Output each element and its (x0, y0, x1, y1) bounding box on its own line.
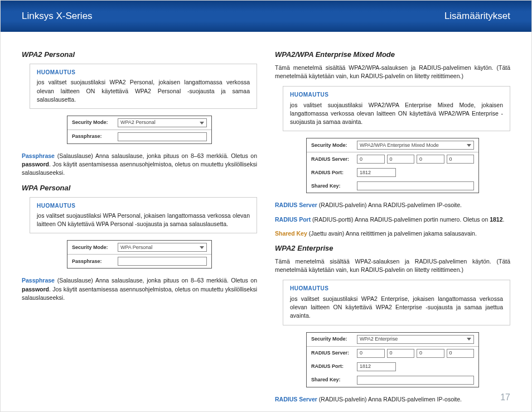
label-security-mode: Security Mode: (72, 119, 112, 126)
term-radius-server: RADIUS Server (275, 202, 317, 208)
dropdown-security-mode[interactable]: WPA2 Enterprise (357, 335, 474, 344)
config-table-mixed: Security Mode: WPA2/WPA Enterprise Mixed… (306, 138, 479, 193)
chevron-down-icon (200, 246, 204, 249)
dropdown-value: WPA Personal (120, 244, 152, 251)
config-row-security-mode: Security Mode: WPA2 Enterprise (307, 333, 478, 346)
note-title: HUOMAUTUS (37, 202, 250, 210)
input-ip-octet[interactable]: 0 (417, 349, 444, 358)
para-passphrase-wpa2p: Passphrase (Salauslause) Anna salauslaus… (22, 152, 257, 178)
para-text: (Jaettu avain) Anna reitittimen ja palve… (309, 230, 477, 237)
dropdown-value: WPA2/WPA Enterprise Mixed Mode (360, 142, 439, 149)
label-security-mode: Security Mode: (311, 336, 351, 343)
input-ip-octet[interactable]: 0 (447, 155, 475, 164)
note-body: jos valitset suojaustilaksi WPA2 Enterpr… (290, 295, 503, 320)
config-row-security-mode: Security Mode: WPA2 Personal (67, 116, 211, 130)
intro-mixed: Tämä menetelmä sisältää WPA2/WPA-salauks… (275, 64, 510, 80)
ip-group: 0 0 0 0 (357, 155, 474, 164)
note-title: HUOMAUTUS (37, 69, 250, 77)
config-row-passphrase: Passphrase: (67, 130, 211, 143)
input-ip-octet[interactable]: 0 (357, 155, 385, 164)
right-column: WPA2/WPA Enterprise Mixed Mode Tämä mene… (275, 46, 510, 388)
config-table-wpap: Security Mode: WPA Personal Passphrase: (67, 240, 212, 269)
heading-wpa2-enterprise: WPA2 Enterprise (275, 243, 510, 254)
heading-wpa-personal: WPA Personal (22, 183, 257, 194)
dropdown-value: WPA2 Enterprise (360, 336, 398, 343)
input-ip-octet[interactable]: 0 (357, 349, 385, 358)
config-row-radius-port: RADIUS Port: 1812 (307, 360, 478, 373)
term-radius-port: RADIUS Port (275, 216, 311, 223)
input-ip-octet[interactable]: 0 (417, 155, 444, 164)
term-shared-key: Shared Key (275, 230, 307, 237)
input-shared-key[interactable] (357, 376, 474, 385)
input-passphrase[interactable] (118, 132, 207, 141)
term-password: password (22, 161, 49, 167)
config-row-shared-key: Shared Key: (307, 179, 478, 193)
label-shared-key: Shared Key: (311, 376, 351, 384)
para-text-a: (Salauslause) Anna salauslause, jonka pi… (57, 152, 257, 159)
label-passphrase: Passphrase: (72, 258, 112, 265)
note-body: jos valitset suojaustilaksi WPA2 Persona… (37, 78, 250, 104)
para-text-a: (RADIUS-portti) Anna RADIUS-palvelimen p… (312, 216, 490, 223)
para-text-b: . Jos käytit asentamisessa asennusohjelm… (22, 286, 257, 301)
para-text: (RADIUS-palvelin) Anna RADIUS-palvelimen… (319, 202, 462, 208)
config-table-wpa2p: Security Mode: WPA2 Personal Passphrase: (67, 116, 212, 144)
term-password: password (22, 286, 49, 293)
para-text-c: . (503, 216, 505, 223)
heading-mixed-mode: WPA2/WPA Enterprise Mixed Mode (275, 50, 510, 60)
input-ip-octet[interactable]: 0 (447, 349, 475, 358)
dropdown-security-mode[interactable]: WPA2 Personal (118, 118, 207, 127)
config-table-enterprise: Security Mode: WPA2 Enterprise RADIUS Se… (306, 332, 479, 387)
config-row-security-mode: Security Mode: WPA2/WPA Enterprise Mixed… (307, 138, 478, 152)
label-shared-key: Shared Key: (311, 183, 351, 190)
header-right: Lisämääritykset (444, 9, 510, 23)
input-ip-octet[interactable]: 0 (387, 349, 415, 358)
para-radius-server: RADIUS Server (RADIUS-palvelin) Anna RAD… (275, 201, 510, 209)
label-radius-port: RADIUS Port: (311, 363, 351, 370)
note-title: HUOMAUTUS (290, 91, 503, 99)
label-security-mode: Security Mode: (72, 244, 112, 251)
para-radius-server-ent: RADIUS Server (RADIUS-palvelin) Anna RAD… (275, 395, 510, 404)
para-text: (RADIUS-palvelin) Anna RADIUS-palvelimen… (319, 396, 462, 403)
note-body: jos valitset suojaustilaksi WPA Personal… (37, 212, 250, 228)
note-box-mixed: HUOMAUTUS jos valitset suojaustilaksi WP… (283, 86, 510, 131)
label-passphrase: Passphrase: (72, 133, 112, 140)
dropdown-security-mode[interactable]: WPA2/WPA Enterprise Mixed Mode (357, 141, 474, 150)
para-shared-key: Shared Key (Jaettu avain) Anna reitittim… (275, 229, 510, 238)
para-text-a: (Salauslause) Anna salauslause, jonka pi… (57, 277, 257, 284)
term-passphrase: Passphrase (22, 152, 55, 159)
config-row-radius-server: RADIUS Server: 0 0 0 0 (307, 346, 478, 360)
chevron-down-icon (467, 144, 471, 147)
note-box-wpap: HUOMAUTUS jos valitset suojaustilaksi WP… (30, 197, 257, 234)
label-radius-server: RADIUS Server: (311, 156, 351, 163)
config-row-passphrase: Passphrase: (67, 254, 211, 268)
heading-wpa2-personal: WPA2 Personal (22, 50, 257, 60)
ip-group: 0 0 0 0 (357, 349, 474, 358)
input-radius-port[interactable]: 1812 (357, 362, 396, 371)
header-band: Linksys X-Series Lisämääritykset (1, 1, 531, 32)
input-shared-key[interactable] (357, 181, 474, 190)
term-radius-server: RADIUS Server (275, 396, 317, 403)
input-passphrase[interactable] (118, 257, 207, 266)
label-security-mode: Security Mode: (311, 142, 351, 149)
config-row-radius-port: RADIUS Port: 1812 (307, 166, 478, 179)
chevron-down-icon (467, 338, 471, 341)
content-area: WPA2 Personal HUOMAUTUS jos valitset suo… (1, 32, 531, 392)
para-radius-port: RADIUS Port (RADIUS-portti) Anna RADIUS-… (275, 215, 510, 224)
input-ip-octet[interactable]: 0 (387, 155, 415, 164)
note-title: HUOMAUTUS (290, 285, 503, 293)
para-passphrase-wpap: Passphrase (Salauslause) Anna salauslaus… (22, 276, 257, 302)
chevron-down-icon (200, 122, 204, 124)
intro-enterprise: Tämä menetelmä sisältää WPA2-salauksen j… (275, 257, 510, 274)
para-text-b: . Jos käytit asentamisessa asennusohjelm… (22, 161, 257, 176)
term-port-default: 1812 (490, 216, 502, 223)
header-left: Linksys X-Series (22, 9, 93, 23)
label-radius-port: RADIUS Port: (311, 169, 351, 176)
config-row-security-mode: Security Mode: WPA Personal (67, 241, 211, 254)
note-box-wpa2p: HUOMAUTUS jos valitset suojaustilaksi WP… (30, 64, 257, 109)
label-radius-server: RADIUS Server: (311, 349, 351, 357)
dropdown-security-mode[interactable]: WPA Personal (118, 243, 207, 252)
dropdown-value: WPA2 Personal (120, 119, 156, 126)
term-passphrase: Passphrase (22, 277, 55, 284)
config-row-shared-key: Shared Key: (307, 373, 478, 387)
input-radius-port[interactable]: 1812 (357, 168, 396, 177)
